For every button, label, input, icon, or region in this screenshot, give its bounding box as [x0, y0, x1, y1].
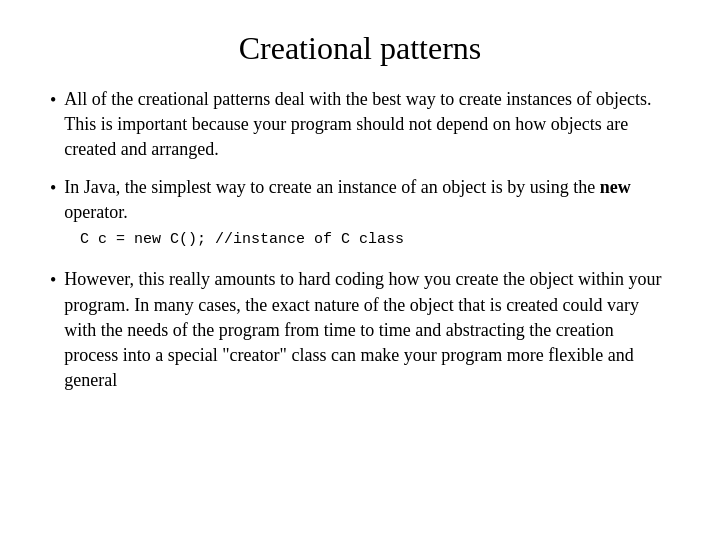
bullet-text-2-before: In Java, the simplest way to create an i…: [64, 177, 599, 197]
bullet-text-2-bold: new: [600, 177, 631, 197]
bullet-text-3: However, this really amounts to hard cod…: [64, 267, 670, 393]
bullet-item-1: • All of the creational patterns deal wi…: [50, 87, 670, 163]
slide-container: Creational patterns • All of the creatio…: [0, 0, 720, 540]
code-block: C c = new C(); //instance of C class: [80, 229, 670, 252]
bullet-dot-2: •: [50, 176, 56, 201]
bullet-text-2: In Java, the simplest way to create an i…: [64, 175, 670, 225]
slide-title: Creational patterns: [50, 30, 670, 67]
bullet-item-3: • However, this really amounts to hard c…: [50, 267, 670, 393]
bullet-text-2-after: operator.: [64, 202, 127, 222]
bullet-group-2: • In Java, the simplest way to create an…: [50, 175, 670, 256]
bullet-text-1: All of the creational patterns deal with…: [64, 87, 670, 163]
bullet-dot-1: •: [50, 88, 56, 113]
bullet-item-2: • In Java, the simplest way to create an…: [50, 175, 670, 225]
bullet-dot-3: •: [50, 268, 56, 293]
slide-content: • All of the creational patterns deal wi…: [50, 87, 670, 510]
